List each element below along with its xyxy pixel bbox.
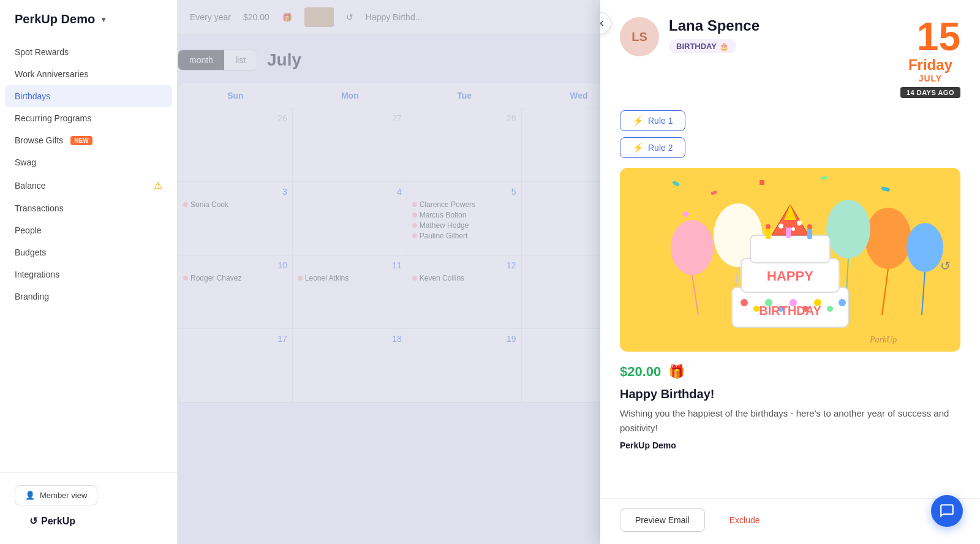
sidebar-item-birthdays[interactable]: Birthdays	[5, 85, 172, 107]
view-list-button[interactable]: list	[224, 50, 257, 70]
person-name: Lana Spence	[669, 17, 891, 34]
sidebar-item-label-integrations: Integrations	[15, 270, 59, 279]
svg-rect-7	[760, 180, 764, 185]
photo-icon	[304, 7, 334, 27]
date-weekday: Friday	[900, 56, 960, 74]
sidebar-item-budgets[interactable]: Budgets	[0, 241, 177, 263]
sidebar-item-recurring-programs[interactable]: Recurring Programs	[0, 107, 177, 129]
svg-rect-42	[807, 228, 812, 239]
gift-amount: $20.00	[620, 364, 661, 380]
svg-point-13	[865, 208, 911, 269]
calendar-cell[interactable]: 18	[293, 329, 407, 402]
cal-date-number: 4	[298, 187, 402, 197]
birthday-label: BIRTHDAY	[676, 42, 717, 51]
sidebar-item-people[interactable]: People	[0, 219, 177, 241]
recurring-label: Every year	[190, 12, 231, 22]
sidebar-item-balance[interactable]: Balance⚠	[0, 173, 177, 197]
svg-point-37	[797, 221, 802, 225]
cal-date-number: 17	[183, 334, 287, 344]
sidebar-item-label-people: People	[15, 225, 42, 235]
exclude-button[interactable]: Exclude	[715, 509, 775, 531]
svg-rect-21	[750, 235, 830, 263]
calendar-person[interactable]: Marcus Bolton	[412, 211, 516, 219]
calendar-cell[interactable]: 3Sonia Cook	[178, 182, 293, 255]
birthday-emoji: 🎂	[719, 42, 729, 51]
svg-rect-38	[766, 228, 771, 239]
preview-email-button[interactable]: Preview Email	[620, 508, 705, 532]
person-info: Lana Spence BIRTHDAY 🎂	[669, 17, 891, 53]
calendar-person[interactable]: Pauline Gilbert	[412, 232, 516, 240]
chat-support-button[interactable]	[931, 495, 963, 527]
cal-date-number: 12	[412, 260, 516, 270]
rule-2-icon: ⚡	[633, 143, 643, 153]
message-title: Happy Birthday!	[600, 387, 980, 406]
sidebar-item-branding[interactable]: Branding	[0, 285, 177, 308]
view-month-button[interactable]: month	[178, 50, 224, 70]
sidebar: PerkUp Demo ▼ Spot RewardsWork Anniversa…	[0, 0, 178, 544]
calendar-person[interactable]: Rodger Chavez	[183, 274, 287, 282]
svg-point-36	[791, 227, 795, 231]
calendar-person[interactable]: Keven Collins	[412, 274, 516, 282]
person-dot-icon	[412, 202, 417, 207]
calendar-cell[interactable]: 17	[178, 329, 293, 402]
person-dot-icon	[298, 276, 303, 281]
message-company: PerkUp Demo	[600, 440, 980, 463]
calendar-cell[interactable]: 12Keven Collins	[407, 255, 522, 329]
sidebar-item-spot-rewards[interactable]: Spot Rewards	[0, 41, 177, 63]
sidebar-item-label-branding: Branding	[15, 292, 49, 301]
svg-point-29	[827, 306, 833, 312]
avatar: LS	[620, 17, 659, 56]
perkup-logo-icon: ↺	[29, 515, 37, 527]
sidebar-badge-browse-gifts: NEW	[70, 136, 92, 145]
person-dot-icon	[412, 233, 417, 238]
calendar-person[interactable]: Leonel Atkins	[298, 274, 402, 282]
sidebar-item-browse-gifts[interactable]: Browse GiftsNEW	[0, 129, 177, 151]
cal-header-sun: Sun	[178, 83, 293, 108]
calendar-cell[interactable]: 5Clarence PowersMarcus BoltonMathew Hodg…	[407, 182, 522, 255]
sidebar-item-swag[interactable]: Swag	[0, 151, 177, 173]
refresh-icon: ↺	[346, 12, 353, 22]
svg-point-17	[826, 200, 870, 259]
calendar-cell[interactable]: 19	[407, 329, 522, 402]
calendar-cell[interactable]: 10Rodger Chavez	[178, 255, 293, 329]
svg-point-15	[907, 223, 943, 272]
birthday-text: Happy Birthd...	[366, 12, 423, 22]
message-body: Wishing you the happiest of the birthday…	[600, 406, 980, 440]
gift-icon: 🎁	[668, 364, 685, 380]
calendar-person[interactable]: Sonia Cook	[183, 200, 287, 209]
member-view-icon: 👤	[25, 491, 35, 500]
calendar-cell[interactable]: 11Leonel Atkins	[293, 255, 407, 329]
sidebar-item-label-recurring-programs: Recurring Programs	[15, 113, 91, 123]
sidebar-item-work-anniversaries[interactable]: Work Anniversaries	[0, 63, 177, 85]
svg-text:ParkUp: ParkUp	[869, 335, 897, 344]
person-name-cell: Rodger Chavez	[190, 274, 241, 282]
person-dot-icon	[183, 202, 188, 207]
person-dot-icon	[412, 276, 417, 281]
rule-1-button[interactable]: ⚡ Rule 1	[620, 110, 685, 131]
calendar-person[interactable]: Clarence Powers	[412, 200, 516, 209]
refresh-card-icon[interactable]: ↺	[940, 259, 951, 273]
view-toggle: month list	[178, 50, 257, 70]
calendar-person[interactable]: Mathew Hodge	[412, 221, 516, 230]
sidebar-item-transactions[interactable]: Transactions	[0, 197, 177, 219]
date-ago-badge: 14 DAYS AGO	[900, 87, 960, 98]
calendar-cell[interactable]: 4	[293, 182, 407, 255]
cal-date-number: 5	[412, 187, 516, 197]
calendar-cell[interactable]: 28	[407, 108, 522, 182]
calendar-cell[interactable]: 27	[293, 108, 407, 182]
calendar-cell[interactable]: 26	[178, 108, 293, 182]
svg-point-22	[741, 299, 748, 306]
gift-icon-small: 🎁	[282, 12, 292, 22]
cal-date-number: 19	[412, 334, 516, 344]
calendar-month-label: July	[267, 50, 301, 70]
cal-header-tue: Tue	[407, 83, 522, 108]
rule-2-button[interactable]: ⚡ Rule 2	[620, 137, 685, 158]
member-view-button[interactable]: 👤 Member view	[15, 485, 97, 505]
sidebar-header[interactable]: PerkUp Demo ▼	[0, 0, 177, 36]
svg-point-43	[807, 224, 812, 229]
sidebar-item-integrations[interactable]: Integrations	[0, 263, 177, 285]
action-row: Preview Email Exclude	[600, 498, 980, 544]
rule-1-icon: ⚡	[633, 116, 643, 126]
person-name-cell: Leonel Atkins	[305, 274, 349, 282]
perkup-brand: ↺ PerkUp	[15, 505, 162, 532]
